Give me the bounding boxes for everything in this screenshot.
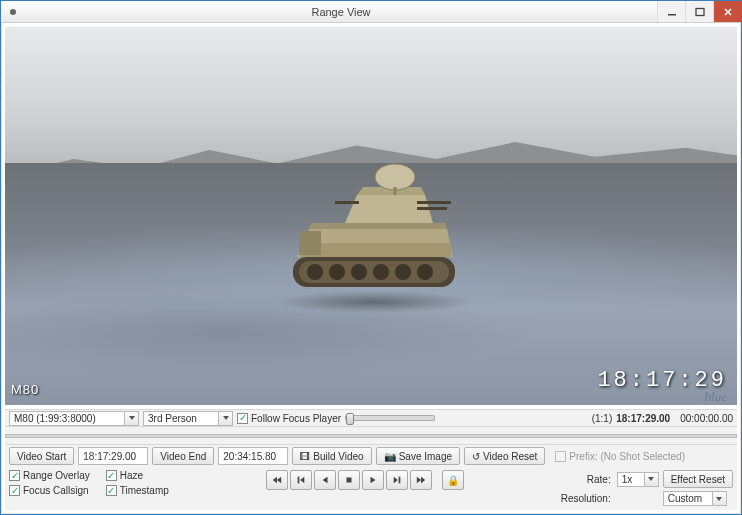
svg-rect-0: [668, 14, 676, 16]
svg-rect-22: [346, 478, 351, 483]
reset-icon: ↺: [472, 451, 480, 462]
timestamp-checkbox[interactable]: Timestamp: [106, 485, 169, 496]
effect-reset-button[interactable]: Effect Reset: [663, 470, 733, 488]
playback-controls: 🔒: [266, 470, 464, 490]
svg-rect-19: [417, 207, 447, 210]
chevron-down-icon: [124, 412, 138, 425]
prefix-checkbox: Prefix: (No Shot Selected): [555, 451, 685, 462]
entity-dropdown[interactable]: M80 (1:99:3:8000): [9, 411, 139, 426]
svg-rect-1: [696, 8, 704, 15]
video-reset-button[interactable]: ↺ Video Reset: [464, 447, 545, 465]
minimize-button[interactable]: [657, 1, 685, 22]
chevron-down-icon: [218, 412, 232, 425]
rate-label: Rate:: [561, 474, 613, 485]
timeline-scrubber[interactable]: [5, 427, 737, 445]
video-end-button[interactable]: Video End: [152, 447, 214, 465]
titlebar[interactable]: Range View: [1, 1, 741, 23]
skip-back-button[interactable]: [266, 470, 288, 490]
window-title: Range View: [25, 6, 657, 18]
chevron-down-icon: [712, 492, 726, 505]
build-video-button[interactable]: 🎞 Build Video: [292, 447, 371, 465]
svg-point-9: [417, 264, 433, 280]
video-start-input[interactable]: 18:17:29.00: [78, 447, 148, 465]
app-window: Range View: [0, 0, 742, 515]
step-back-button[interactable]: [290, 470, 312, 490]
chevron-down-icon: [644, 473, 658, 486]
elapsed-time-label: 00:00:00.00: [680, 413, 733, 424]
svg-rect-20: [335, 201, 359, 204]
close-button[interactable]: [713, 1, 741, 22]
lock-icon: 🔒: [447, 475, 459, 486]
haze-checkbox[interactable]: Haze: [106, 470, 169, 481]
svg-rect-18: [417, 201, 451, 204]
modified-indicator: [1, 9, 25, 15]
svg-marker-11: [309, 223, 447, 229]
resolution-dropdown[interactable]: Custom: [663, 491, 727, 506]
playback-ratio: (1:1): [592, 413, 613, 424]
skip-forward-button[interactable]: [410, 470, 432, 490]
range-overlay-checkbox[interactable]: Range Overlay: [9, 470, 90, 481]
current-time-label: 18:17:29.00: [616, 413, 670, 424]
svg-point-16: [375, 164, 415, 190]
play-button[interactable]: [362, 470, 384, 490]
svg-point-8: [395, 264, 411, 280]
svg-point-4: [307, 264, 323, 280]
svg-rect-21: [297, 477, 299, 484]
svg-rect-12: [301, 243, 451, 257]
svg-rect-13: [299, 231, 321, 255]
video-start-button[interactable]: Video Start: [9, 447, 74, 465]
play-reverse-button[interactable]: [314, 470, 336, 490]
camera-icon: 📷: [384, 451, 396, 462]
window-buttons: [657, 1, 741, 22]
save-image-button[interactable]: 📷 Save Image: [376, 447, 460, 465]
video-end-input[interactable]: 20:34:15.80: [218, 447, 288, 465]
svg-point-7: [373, 264, 389, 280]
camera-dropdown[interactable]: 3rd Person: [143, 411, 233, 426]
step-forward-button[interactable]: [386, 470, 408, 490]
maximize-button[interactable]: [685, 1, 713, 22]
focus-entity: [265, 157, 485, 307]
follow-focus-checkbox[interactable]: Follow Focus Player: [237, 413, 341, 424]
resolution-label: Resolution:: [561, 493, 613, 504]
status-bar: M80 (1:99:3:8000) 3rd Person Follow Focu…: [5, 409, 737, 427]
follow-slider[interactable]: [345, 415, 435, 421]
video-controls-row: Video Start 18:17:29.00 Video End 20:34:…: [5, 445, 737, 467]
lock-button[interactable]: 🔒: [442, 470, 464, 490]
svg-rect-23: [398, 477, 400, 484]
svg-point-5: [329, 264, 345, 280]
watermark-text: blue: [705, 389, 727, 405]
rate-dropdown[interactable]: 1x: [617, 472, 659, 487]
bottom-bar: Range Overlay Haze Focus Callsign Timest…: [5, 467, 737, 510]
range-viewport[interactable]: M80 18:17:29 blue: [5, 27, 737, 405]
tank-icon: [265, 157, 485, 307]
entity-label-overlay: M80: [11, 382, 39, 397]
focus-callsign-checkbox[interactable]: Focus Callsign: [9, 485, 90, 496]
svg-point-6: [351, 264, 367, 280]
stop-button[interactable]: [338, 470, 360, 490]
film-icon: 🎞: [300, 451, 310, 462]
